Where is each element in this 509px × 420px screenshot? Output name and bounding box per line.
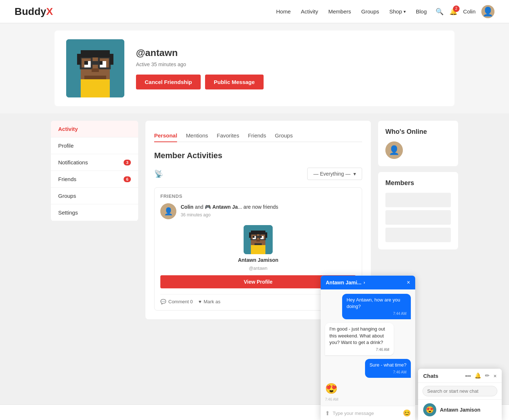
whos-online-widget: Who's Online 👤 [378,121,458,166]
member-row-2 [385,210,451,225]
logo: BuddyX [15,6,53,17]
logo-x-text: X [46,6,53,17]
activity-colin-avatar: 👤 [160,203,176,219]
activity-title: Member Activities [154,151,362,160]
online-face: 👤 [385,141,403,159]
nav-home[interactable]: Home [276,8,290,15]
svg-rect-29 [249,232,251,238]
header-icons: 🔍 🔔 2 Colin 👤 [436,5,494,18]
whos-online-title: Who's Online [385,128,451,136]
tab-favorites[interactable]: Favorites [217,129,239,142]
nav-groups[interactable]: Groups [361,8,379,15]
chat-arrow-icon: › [364,280,365,285]
chat-msg-2: I'm good - just hanging out this weekend… [325,323,394,327]
svg-rect-9 [92,61,99,65]
chat-window: Antawn Jami... › × Hey Antawn, how are y… [321,276,415,327]
chat-header[interactable]: Antawn Jami... › × [321,276,415,289]
member-row-1 [385,193,451,207]
profile-username: @antawn [136,47,443,59]
activity-section-label: Friends [160,193,356,199]
friends-badge: 6 [124,176,131,182]
svg-rect-12 [81,50,110,57]
svg-rect-14 [110,54,113,65]
msg-1-text: Hey Antawn, how are you doing? [346,297,400,309]
comment-icon: 💬 [160,299,166,304]
svg-rect-28 [251,231,265,234]
comment-button[interactable]: 💬 Comment 0 [160,299,193,304]
tab-mentions[interactable]: Mentions [186,129,208,142]
nav-blog[interactable]: Blog [416,8,427,15]
filter-label: — Everything — [313,171,350,177]
msg-1-time: 7:44 AM [346,311,406,316]
sidebar-label-settings: Settings [58,209,78,216]
activity-time: 36 minutes ago [181,212,356,217]
activity-item: 👤 Colin and 🎮 Antawn Ja... are now frien… [160,203,356,219]
comment-label: Comment 0 [168,299,193,304]
mark-label: Mark as [204,299,220,304]
svg-rect-27 [254,243,262,245]
chat-messages: Hey Antawn, how are you doing? 7:44 AM I… [321,289,415,327]
nav-shop[interactable]: Shop ▾ [389,8,406,15]
sidebar-item-friends[interactable]: Friends 6 [51,171,138,188]
sidebar: Activity Profile Notifications 3 Friends… [51,121,138,319]
tab-groups[interactable]: Groups [275,129,293,142]
antawn-avatar-lg [244,225,273,254]
svg-rect-13 [77,54,81,65]
pixel-avatar-svg [66,39,124,97]
header: BuddyX Home Activity Members Groups Shop… [0,0,509,23]
logo-buddy-text: Buddy [15,6,46,17]
activity-tabs: Personal Mentions Favorites Friends Grou… [154,129,362,142]
sidebar-label-profile: Profile [58,143,74,149]
chat-msg-1: Hey Antawn, how are you doing? 7:44 AM [342,294,411,319]
profile-avatar [66,39,124,97]
colin-avatar-face: 👤 [160,203,176,219]
mark-as-button[interactable]: ♥ Mark as [199,299,220,304]
search-button[interactable]: 🔍 [436,8,444,16]
sidebar-item-activity[interactable]: Activity [51,121,138,137]
profile-section: @antawn Active 35 minutes ago Cancel Fri… [0,23,509,113]
svg-rect-26 [256,240,260,241]
public-message-button[interactable]: Public Message [205,75,264,89]
svg-rect-10 [92,68,99,72]
sidebar-item-groups[interactable]: Groups [51,188,138,204]
nav-members[interactable]: Members [328,8,351,15]
chevron-down-icon: ▾ [404,9,406,14]
msg-2-text: I'm good - just hanging out this weekend… [329,326,385,327]
avatar-face: 👤 [481,5,494,18]
notifications-button[interactable]: 🔔 2 [449,8,457,16]
activity-user2: Antawn Ja [212,204,238,210]
online-avatar: 👤 [385,141,403,159]
mini-user-name: Antawn Jamison [238,257,278,263]
chat-contact-name: Antawn Jami... › [326,280,365,285]
sidebar-label-notifications: Notifications [58,159,88,165]
sidebar-item-settings[interactable]: Settings [51,204,138,221]
nav-activity[interactable]: Activity [301,8,318,15]
svg-rect-1 [81,79,110,97]
profile-actions: Cancel Friendship Public Message [136,75,443,89]
notifications-badge: 3 [124,160,131,165]
user-name: Colin [463,8,476,15]
sidebar-label-groups: Groups [58,193,76,199]
heart-icon: ♥ [199,299,201,304]
profile-card: @antawn Active 35 minutes ago Cancel Fri… [55,31,454,106]
tab-friends[interactable]: Friends [248,129,266,142]
main-nav: Home Activity Members Groups Shop ▾ Blog [276,8,426,15]
notification-badge: 2 [453,5,460,12]
cancel-friendship-button[interactable]: Cancel Friendship [136,75,201,89]
svg-rect-21 [253,236,254,238]
activity-body: Colin and 🎮 Antawn Ja... are now friends… [181,203,356,217]
sidebar-item-profile[interactable]: Profile [51,137,138,154]
sidebar-label-activity: Activity [58,126,78,132]
svg-rect-15 [84,76,106,79]
tab-personal[interactable]: Personal [154,129,177,142]
user-avatar[interactable]: 👤 [481,5,494,18]
profile-info: @antawn Active 35 minutes ago Cancel Fri… [136,47,443,89]
profile-status: Active 35 minutes ago [136,61,443,67]
chat-close-button[interactable]: × [407,279,410,286]
mini-user-handle: @antawn [249,266,268,271]
sidebar-item-notifications[interactable]: Notifications 3 [51,154,138,171]
svg-rect-5 [84,61,88,65]
svg-rect-30 [265,232,267,238]
antawn-pixel-avatar [244,225,273,254]
filter-select[interactable]: — Everything — ▾ [307,168,362,180]
